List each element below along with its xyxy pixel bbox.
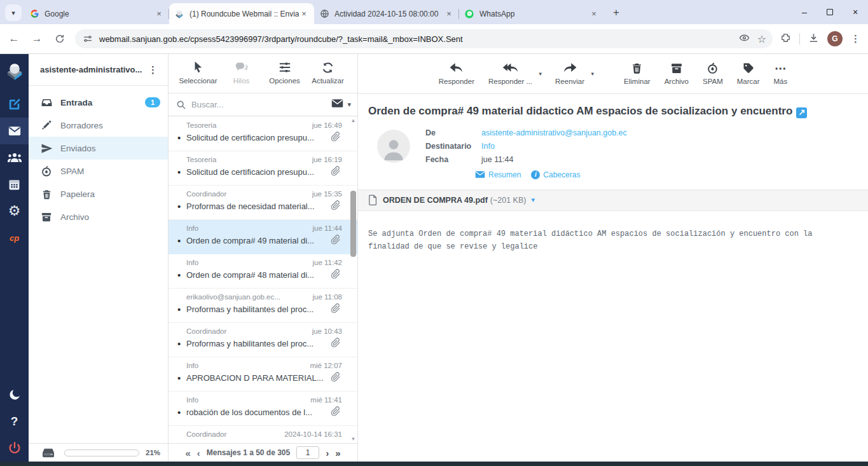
message-row[interactable]: erikaolivo@sanjuan.gob.ec...jue 11:08•Pr… — [169, 289, 357, 323]
select-button[interactable]: Seleccionar — [179, 60, 218, 85]
page-input[interactable] — [296, 446, 319, 459]
close-icon[interactable]: × — [444, 9, 454, 19]
search-options-caret[interactable]: ▾ — [347, 100, 351, 109]
message-row[interactable]: Coordinadorjue 10:43•Proformas y habilit… — [169, 323, 357, 357]
forward-caret[interactable]: ▾ — [591, 71, 595, 77]
last-page-button[interactable]: » — [335, 448, 340, 458]
archive-button[interactable]: Archivo — [659, 60, 694, 85]
rail-calendar-button[interactable] — [0, 171, 29, 198]
message-row[interactable]: Coordinadorjue 15:35•Proformas de necesi… — [169, 186, 357, 220]
message-row[interactable]: Infojue 11:44•Orden de compra# 49 materi… — [169, 220, 357, 254]
rail-darkmode-button[interactable] — [0, 381, 29, 408]
rail-cpanel-button[interactable]: cp — [0, 224, 29, 251]
message-row[interactable]: Tesoreriajue 16:49•Solicitud de certific… — [169, 117, 357, 151]
folder-entrada[interactable]: Entrada 1 — [29, 91, 168, 114]
tab-actividad[interactable]: Actividad 2024-10-15 08:00:00 × — [314, 3, 459, 24]
unread-dot-icon: • — [177, 238, 186, 244]
forward-button[interactable]: Reenviar ▾ — [549, 60, 590, 85]
tab-label: WhatsApp — [479, 10, 589, 18]
scroll-down-icon[interactable]: ▼ — [349, 435, 357, 443]
rail-help-button[interactable]: ? — [0, 408, 29, 435]
rail-contacts-button[interactable] — [0, 144, 29, 171]
from-address[interactable]: asistente-administrativo@sanjuan.gob.ec — [481, 128, 627, 137]
close-window-button[interactable]: × — [843, 3, 868, 22]
reload-button[interactable] — [51, 30, 69, 48]
unread-dot-icon: • — [177, 203, 186, 210]
search-input[interactable] — [191, 100, 327, 109]
to-address[interactable]: Info — [481, 142, 495, 151]
forward-button[interactable]: → — [28, 30, 46, 48]
spam-button[interactable]: SPAM — [697, 60, 729, 85]
rail-logout-button[interactable] — [0, 435, 29, 462]
tab-roundcube[interactable]: (1) Roundcube Webmail :: Envia × — [169, 3, 314, 24]
headers-link[interactable]: i Cabeceras — [531, 170, 580, 179]
folder-borradores[interactable]: Borradores — [29, 114, 168, 137]
delete-button[interactable]: Eliminar — [618, 60, 656, 85]
close-icon[interactable]: × — [299, 9, 309, 19]
tab-search-button[interactable]: ▾ — [5, 4, 22, 21]
address-bar[interactable]: webmail.sanjuan.gob.ec/cpsess5423996997/… — [75, 29, 773, 48]
folder-papelera[interactable]: Papelera — [29, 182, 168, 205]
reply-button[interactable]: Responder — [433, 60, 480, 85]
folder-spam[interactable]: SPAM — [29, 160, 168, 182]
message-row[interactable]: Tesoreriajue 16:19•Solicitud de certific… — [169, 151, 357, 186]
minimize-button[interactable]: – — [792, 3, 817, 22]
envelope-icon — [475, 170, 485, 179]
folder-archivo[interactable]: Archivo — [29, 205, 168, 228]
help-icon: ? — [11, 415, 18, 428]
reply-all-button[interactable]: Responder ... ▾ — [483, 60, 538, 85]
rail-mail-button[interactable] — [0, 118, 29, 144]
attachment-menu-caret[interactable]: ▾ — [531, 196, 535, 204]
unread-dot-icon: • — [177, 306, 186, 313]
search-scope-icon[interactable] — [331, 99, 343, 111]
to-label: Destinatario — [425, 142, 481, 151]
search-bar: ▾ — [169, 93, 357, 116]
refresh-button[interactable]: Actualizar — [308, 60, 348, 85]
reading-mode-icon[interactable] — [739, 32, 750, 46]
bookmark-star-icon[interactable]: ☆ — [757, 33, 766, 45]
rail-compose-button[interactable] — [0, 91, 29, 118]
chevron-down-icon: ▾ — [11, 9, 15, 17]
options-button[interactable]: Opciones — [265, 60, 305, 85]
profile-avatar[interactable]: G — [827, 31, 843, 46]
close-icon[interactable]: × — [589, 9, 599, 19]
message-row[interactable]: Infomié 12:07•APROBACION D PARA MATERIAL… — [169, 357, 357, 392]
maximize-button[interactable] — [817, 3, 843, 22]
more-button[interactable]: ⋯ Más — [768, 60, 794, 85]
first-page-button[interactable]: « — [185, 448, 190, 458]
next-page-button[interactable]: › — [326, 448, 329, 458]
extensions-icon[interactable] — [780, 32, 791, 46]
external-link-icon[interactable] — [796, 107, 807, 118]
prev-page-button[interactable]: ‹ — [197, 448, 200, 458]
threads-button[interactable]: Hilos — [222, 60, 261, 85]
browser-menu-icon[interactable]: ⋮ — [851, 33, 860, 45]
mark-button[interactable]: Marcar — [731, 60, 766, 85]
new-tab-button[interactable]: + — [608, 4, 624, 21]
url-text[interactable]: webmail.sanjuan.gob.ec/cpsess5423996997/… — [99, 34, 734, 44]
folder-menu-icon[interactable]: ⋮ — [144, 62, 162, 78]
tab-label: Actividad 2024-10-15 08:00:00 — [334, 10, 444, 18]
rail-settings-button[interactable]: ⚙ — [0, 198, 29, 224]
folder-enviados[interactable]: Enviados — [29, 137, 168, 160]
tab-whatsapp[interactable]: WhatsApp × — [459, 3, 604, 24]
browser-toolbar: ← → webmail.sanjuan.gob.ec/cpsess5423996… — [0, 24, 868, 54]
reply-all-caret[interactable]: ▾ — [539, 71, 542, 77]
scroll-up-icon[interactable]: ▲ — [349, 117, 357, 125]
attachment-size: (~201 KB) — [490, 196, 527, 205]
options-icon — [279, 60, 291, 75]
attachment-name[interactable]: ORDEN DE COMPRA 49.pdf — [383, 196, 488, 205]
scrollbar-thumb[interactable] — [350, 191, 356, 257]
threads-icon — [235, 60, 249, 75]
message-row[interactable]: Infojue 11:42•Orden de compra# 48 materi… — [169, 254, 357, 289]
close-icon[interactable]: × — [154, 9, 164, 19]
back-button[interactable]: ← — [5, 30, 23, 48]
folder-label: SPAM — [60, 167, 84, 176]
site-info-icon[interactable] — [81, 32, 94, 45]
message-date: jue 16:49 — [312, 121, 342, 129]
message-row[interactable]: Coordinador2024-10-14 16:31 — [169, 426, 357, 443]
message-subject: Proformas de necesidad material... — [186, 202, 328, 211]
message-row[interactable]: Infomié 11:41•robación de los documentos… — [169, 392, 357, 426]
download-icon[interactable] — [808, 32, 819, 46]
tab-google[interactable]: Google × — [24, 3, 169, 24]
summary-link[interactable]: Resumen — [475, 170, 521, 179]
